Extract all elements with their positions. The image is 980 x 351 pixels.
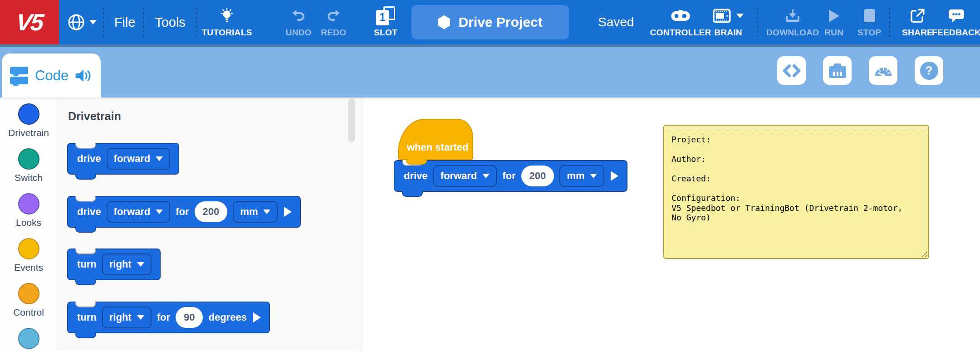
speaker-icon[interactable] bbox=[74, 68, 93, 83]
download-button[interactable]: DOWNLOAD bbox=[765, 0, 820, 44]
feedback-icon bbox=[948, 9, 965, 23]
block-toolbox: Drivetrain driveforward driveforwardfor2… bbox=[57, 98, 363, 351]
category-label: Looks bbox=[16, 217, 41, 228]
top-toolbar: V5 File Tools bbox=[0, 0, 980, 44]
redo-button[interactable]: REDO bbox=[318, 0, 349, 44]
dropdown-field[interactable]: mm bbox=[559, 165, 604, 187]
dropdown-field[interactable]: mm bbox=[233, 201, 278, 223]
note-resize-handle[interactable] bbox=[921, 250, 927, 257]
sidebar-item-control[interactable]: Control bbox=[0, 283, 57, 328]
number-input[interactable]: 200 bbox=[521, 166, 554, 186]
brain-icon bbox=[713, 9, 733, 23]
toolbox-block-drive[interactable]: driveforward bbox=[67, 143, 179, 175]
category-circle bbox=[18, 193, 39, 214]
tools-menu[interactable]: Tools bbox=[151, 0, 190, 44]
toolbar-separator bbox=[103, 7, 104, 37]
code-tab-label: Code bbox=[35, 68, 69, 84]
undo-icon bbox=[291, 9, 306, 23]
when-started-hat-block[interactable]: when started bbox=[398, 119, 473, 160]
category-label: Control bbox=[13, 307, 44, 318]
sidebar-item-looks[interactable]: Looks bbox=[0, 193, 57, 238]
share-button[interactable]: SHARE bbox=[897, 0, 938, 44]
sidebar-item-events[interactable]: Events bbox=[0, 238, 57, 283]
hat-block-label: when started bbox=[407, 141, 469, 153]
project-note[interactable]: Project: Author: Created: Configuration:… bbox=[663, 125, 929, 259]
code-brackets-icon bbox=[783, 64, 801, 78]
code-viewer-button[interactable] bbox=[777, 56, 806, 85]
block-label: drive bbox=[77, 206, 101, 218]
sidebar-item-drivetrain[interactable]: Drivetrain bbox=[0, 103, 57, 148]
share-icon bbox=[910, 8, 925, 24]
dropdown-field[interactable]: forward bbox=[433, 165, 497, 187]
dropdown-field[interactable]: right bbox=[102, 253, 152, 275]
toolbox-block-drive-for[interactable]: driveforwardfor200mm bbox=[67, 196, 301, 228]
undo-button[interactable]: UNDO bbox=[283, 0, 314, 44]
toolbox-scrollbar[interactable] bbox=[348, 99, 355, 142]
run-button[interactable]: RUN bbox=[818, 0, 850, 44]
toolbar-separator bbox=[889, 7, 890, 37]
tab-code[interactable]: Code bbox=[2, 54, 101, 98]
block-label: drive bbox=[404, 170, 428, 182]
note-text[interactable]: Project: Author: Created: Configuration:… bbox=[664, 131, 928, 226]
category-label: Switch bbox=[15, 172, 43, 183]
project-name-button[interactable]: Drive Project bbox=[412, 5, 569, 39]
number-input[interactable]: 90 bbox=[176, 307, 203, 328]
secondary-toolbar: Code bbox=[0, 47, 980, 98]
script-block-drive-for[interactable]: driveforwardfor200mm bbox=[394, 160, 627, 192]
category-circle bbox=[18, 238, 39, 259]
caret-down-icon bbox=[156, 156, 163, 161]
slot-button[interactable]: 1 SLOT bbox=[370, 0, 402, 44]
toolbox-block-turn-for[interactable]: turnrightfor90degrees bbox=[67, 302, 270, 333]
block-label: drive bbox=[77, 153, 101, 165]
caret-down-icon bbox=[590, 174, 597, 178]
block-label: for bbox=[176, 206, 189, 218]
dropdown-field[interactable]: right bbox=[102, 307, 152, 328]
dashboard-button[interactable] bbox=[869, 56, 897, 85]
dropdown-field[interactable]: forward bbox=[107, 148, 171, 170]
feedback-button[interactable]: FEEDBACK bbox=[933, 0, 980, 44]
expand-arrow-icon[interactable] bbox=[284, 207, 292, 217]
device-manager-button[interactable] bbox=[823, 56, 852, 85]
caret-down-icon bbox=[137, 315, 144, 320]
slot-icon: 1 bbox=[376, 6, 395, 25]
main-content: DrivetrainSwitchLooksEventsControl Drive… bbox=[0, 98, 980, 351]
dropdown-field[interactable]: forward bbox=[107, 201, 171, 223]
number-input[interactable]: 200 bbox=[195, 201, 228, 222]
workspace-canvas[interactable]: when started driveforwardfor200mm Projec… bbox=[363, 98, 980, 351]
dropdown-value: right bbox=[109, 312, 132, 323]
controller-icon bbox=[671, 10, 691, 22]
blocks-stack-icon bbox=[10, 66, 29, 86]
slot-number: 1 bbox=[376, 10, 389, 25]
brain-button[interactable]: BRAIN bbox=[706, 0, 751, 44]
note-header-strip[interactable] bbox=[664, 126, 928, 131]
stop-button[interactable]: STOP bbox=[853, 0, 885, 44]
language-menu[interactable] bbox=[63, 0, 101, 44]
block-label: degrees bbox=[208, 312, 246, 323]
help-button[interactable]: ? bbox=[915, 56, 943, 85]
project-name: Drive Project bbox=[458, 15, 542, 30]
file-menu[interactable]: File bbox=[109, 0, 141, 44]
gauge-icon bbox=[873, 64, 893, 77]
hexagon-icon bbox=[438, 15, 450, 29]
category-circle bbox=[18, 283, 39, 304]
toolbox-category-header: Drivetrain bbox=[68, 110, 121, 123]
category-circle bbox=[18, 103, 39, 125]
block-label: for bbox=[502, 170, 515, 182]
caret-down-icon bbox=[482, 174, 490, 178]
dropdown-value: forward bbox=[114, 206, 151, 218]
category-label: Drivetrain bbox=[8, 127, 49, 138]
tutorials-button[interactable]: TUTORIALS bbox=[200, 0, 254, 44]
toolbar-edge bbox=[0, 44, 980, 47]
sidebar-item-extra[interactable] bbox=[0, 328, 57, 351]
v5-logo: V5 bbox=[0, 0, 59, 44]
sidebar-item-switch[interactable]: Switch bbox=[0, 148, 57, 193]
toolbar-separator bbox=[757, 7, 758, 37]
dropdown-value: mm bbox=[240, 206, 258, 218]
controller-button[interactable]: CONTROLLER bbox=[651, 0, 710, 44]
dropdown-value: mm bbox=[567, 170, 584, 182]
toolbox-block-turn[interactable]: turnright bbox=[67, 249, 161, 280]
expand-arrow-icon[interactable] bbox=[611, 171, 618, 181]
category-circle bbox=[18, 328, 39, 349]
download-icon bbox=[784, 9, 801, 23]
expand-arrow-icon[interactable] bbox=[253, 312, 261, 322]
